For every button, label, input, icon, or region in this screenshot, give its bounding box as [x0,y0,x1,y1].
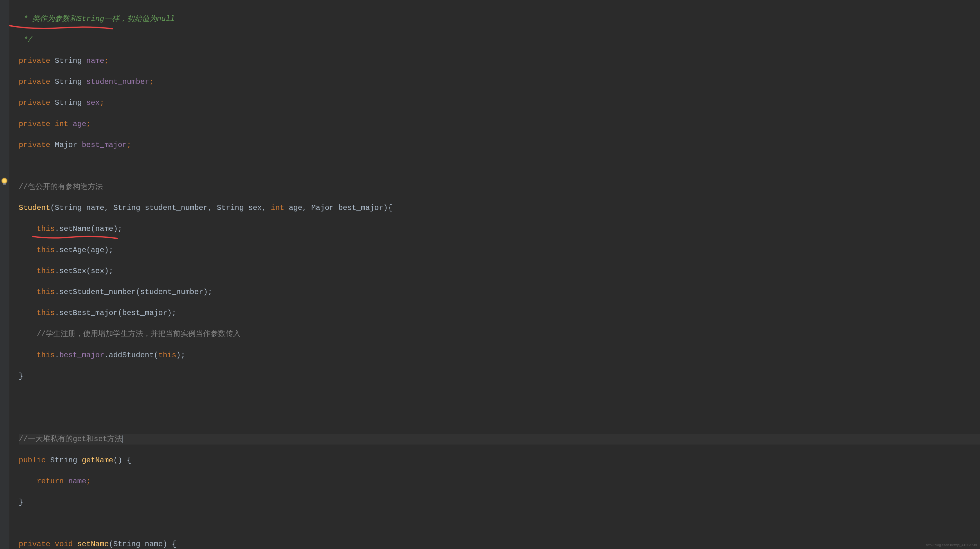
keyword: this [37,225,55,233]
code-line: this.best_major.addStudent(this); [19,350,980,361]
type: String [55,99,81,107]
constructor-name: Student [19,204,50,212]
field-name: name [68,477,86,485]
keyword: void [55,540,73,548]
code-editor[interactable]: * 类作为参数和String一样，初始值为null */ private Str… [10,0,980,549]
method-name: getName [82,456,113,464]
method-name: setName [77,540,109,548]
code-line [19,392,980,402]
keyword: this [37,267,55,275]
field-name: student_number [86,78,150,86]
comment-text: //包公开的有参构造方法 [19,183,103,191]
keyword: this [37,309,55,317]
comment-text: * 类作为参数和String一样，初始值为null [19,15,175,23]
keyword: public [19,456,46,464]
text-cursor [122,436,123,443]
code-line: private Major best_major; [19,140,980,150]
code-line: Student(String name, String student_numb… [19,203,980,213]
type: Major [55,141,77,149]
code-line: private void setName(String name) { [19,539,980,549]
code-line: this.setBest_major(best_major); [19,308,980,318]
comment-text: */ [19,36,32,44]
field-name: name [86,57,104,65]
code-line: */ [19,35,980,45]
code-line-active: //一大堆私有的get和set方法 [19,434,980,445]
code-line [19,413,980,424]
lightbulb-icon[interactable] [2,178,7,184]
code-line: private String student_number; [19,77,980,87]
field-name: sex [86,99,100,107]
code-line: this.setName(name); [19,223,980,234]
type: int [55,120,68,128]
field-name: best_major [82,141,127,149]
keyword: private [19,78,50,86]
code-line: * 类作为参数和String一样，初始值为null [19,14,980,24]
keyword: private [19,99,50,107]
keyword: private [19,57,50,65]
keyword: private [19,540,50,548]
code-line: this.setStudent_number(student_number); [19,287,980,297]
code-line: public String getName() { [19,455,980,466]
code-line: private String sex; [19,97,980,108]
code-line: this.setAge(age); [19,245,980,255]
code-line: } [19,497,980,508]
type: String [55,78,81,86]
code-line: } [19,371,980,381]
editor-gutter [0,0,10,549]
comment-text: //学生注册，使用增加学生方法，并把当前实例当作参数传入 [37,330,241,338]
code-line: return name; [19,476,980,487]
code-line: this.setSex(sex); [19,266,980,276]
keyword: this [37,246,55,254]
type: String [50,456,77,464]
code-line: //学生注册，使用增加学生方法，并把当前实例当作参数传入 [19,329,980,339]
keyword: this [37,351,55,359]
comment-text: //一大堆私有的get和set方法 [19,435,122,443]
code-line: //包公开的有参构造方法 [19,182,980,192]
keyword: return [37,477,64,485]
code-line: private String name; [19,56,980,66]
code-line [19,518,980,529]
code-line [19,161,980,171]
field-name: age [73,120,86,128]
keyword: private [19,120,50,128]
keyword: private [19,141,50,149]
type: String [55,57,81,65]
keyword: this [37,288,55,296]
watermark-text: http://blog.csdn.net/qq_41563738 [926,543,977,547]
code-line: private int age; [19,119,980,129]
